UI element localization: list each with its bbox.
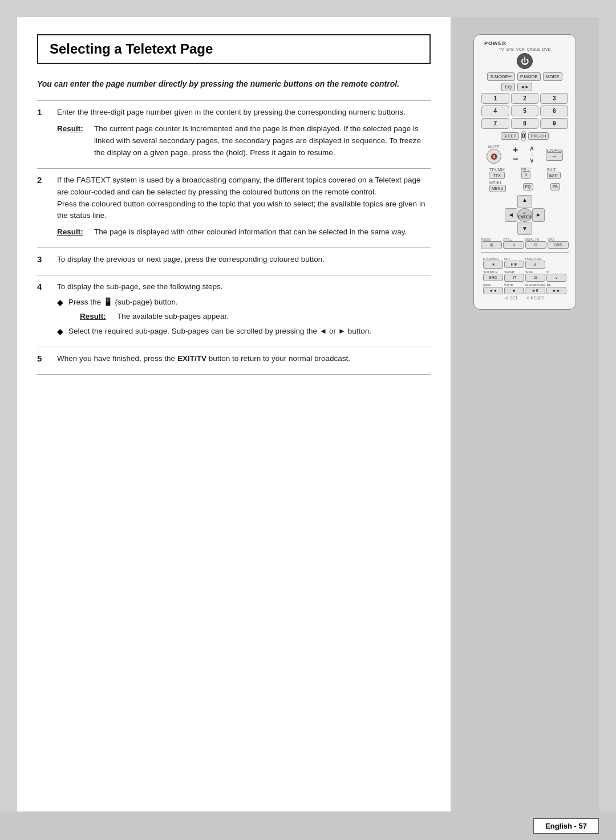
step-4-content: To display the sub-page, see the followi…: [57, 281, 431, 340]
btn-6[interactable]: 6: [540, 105, 568, 116]
bullet-2-content: Select the required sub-page. Sub-pages …: [68, 326, 371, 338]
step-1-result-text: The current page counter is incremented …: [94, 123, 431, 159]
function-row: PSIZE ⊞ STILL ⏸ DUAL I-II D SRS SRS: [481, 238, 569, 249]
source2-button[interactable]: SRC: [483, 274, 503, 281]
enter-icon: ↵: [523, 211, 526, 215]
esaving-button[interactable]: ☀: [483, 261, 503, 269]
dual-section: DUAL I-II D: [525, 238, 546, 249]
power-button[interactable]: ⏻: [517, 53, 533, 69]
divider-1: [37, 168, 431, 169]
step-1-content: Enter the three-digit page number given …: [57, 107, 431, 163]
eq3-button[interactable]: EQ: [523, 183, 533, 190]
spacer2: [546, 257, 558, 269]
sleep-button[interactable]: SLEEP: [501, 132, 520, 140]
set-label: ⊙ SET: [505, 296, 518, 301]
menu-label: MENU: [489, 181, 506, 185]
dpad-down[interactable]: ▼: [517, 222, 532, 235]
bullet-1-content: Press the 📱 (sub-page) button. Result: T…: [68, 297, 229, 323]
divider-top: [37, 100, 431, 101]
step-1-result: Result: The current page counter is incr…: [57, 123, 431, 159]
remote-control: POWER TV STB VCR CABLE DVD ⏻ S.MODE↵ P.M…: [473, 34, 576, 310]
page-title: Selecting a Teletext Page: [50, 41, 418, 57]
menu-row: MENU MENU EQ EB: [481, 181, 569, 192]
pip-button[interactable]: PIP: [504, 261, 524, 268]
btn-9[interactable]: 9: [540, 118, 568, 129]
srs-section: SRS SRS: [548, 238, 569, 249]
source-labels-row: TV STB VCR CABLE DVD: [479, 47, 571, 51]
btn-0[interactable]: 0: [521, 131, 526, 141]
psize-button[interactable]: ⊞: [481, 241, 502, 249]
playpause-section: PLAY/PAUSE ►II: [525, 283, 545, 294]
still-section: STILL ⏸: [503, 238, 524, 249]
smode-button[interactable]: S.MODE↵: [487, 72, 515, 81]
exit-button[interactable]: EXIT: [547, 172, 561, 179]
dpad: ▲ ◄ ↵ ENTER ► ▼: [505, 195, 545, 235]
pmode-button[interactable]: P.MODE: [517, 72, 541, 81]
ch-down-btn[interactable]: ∨: [529, 156, 534, 164]
info-button[interactable]: ℹ: [521, 171, 531, 179]
btn-4[interactable]: 4: [481, 105, 509, 116]
ch-up-btn[interactable]: ∧: [529, 144, 534, 152]
mute-button[interactable]: 🔇: [487, 149, 501, 164]
size-section: SIZE ⊡: [525, 270, 545, 282]
position-button[interactable]: ∧: [525, 261, 545, 269]
step-3-number: 3: [37, 254, 48, 269]
step-5-number: 5: [37, 353, 48, 368]
step-1: 1 Enter the three-digit page number give…: [37, 107, 431, 163]
eq2-button[interactable]: ◄►: [517, 83, 532, 91]
dpad-left[interactable]: ◄: [505, 208, 517, 221]
dpad-right[interactable]: ►: [532, 208, 545, 221]
btn-5[interactable]: 5: [511, 105, 539, 116]
psize-section: PSIZE ⊞: [481, 238, 502, 249]
btn-1[interactable]: 1: [481, 93, 509, 104]
still-button[interactable]: ⏸: [503, 241, 524, 249]
source-button[interactable]: ↔: [546, 152, 563, 161]
position-section: POSITION ∧: [525, 257, 545, 269]
cable-label: CABLE: [527, 47, 540, 51]
step-3: 3 To display the previous or next page, …: [37, 254, 431, 269]
bullet-1-result: Result: The available sub-pages appear.: [80, 311, 229, 323]
ttx-section: TTX/MIX TTX: [489, 168, 505, 179]
btn-3[interactable]: 3: [540, 93, 568, 104]
ttx-button[interactable]: TTX: [489, 172, 505, 179]
ttx-label: TTX/MIX: [489, 168, 505, 172]
vcr-label: VCR: [516, 47, 525, 51]
bullet-1-result-label: Result:: [80, 311, 111, 323]
vol-plus-btn[interactable]: +: [513, 145, 518, 155]
power-label: POWER: [484, 40, 571, 46]
menu-button[interactable]: MENU: [489, 185, 506, 192]
dvd-label: DVD: [542, 47, 551, 51]
p-button[interactable]: ∨: [546, 274, 566, 282]
playpause-button[interactable]: ►II: [525, 287, 545, 294]
dpad-up[interactable]: ▲: [517, 195, 532, 208]
rew-section: REW ◄◄: [483, 283, 503, 294]
step-2-result-text: The page is displayed with other coloure…: [94, 226, 407, 238]
reset-label: ⊙ RESET: [526, 296, 544, 301]
remote-power-section: POWER TV STB VCR CABLE DVD ⏻: [479, 40, 571, 69]
content-panel: Selecting a Teletext Page You can enter …: [17, 17, 451, 811]
eq-row: EQ ◄►: [479, 83, 571, 91]
ff-button[interactable]: ►►: [546, 287, 566, 294]
eq4-button[interactable]: EB: [550, 183, 560, 190]
btn-2[interactable]: 2: [511, 93, 539, 104]
size-button[interactable]: ⊡: [525, 274, 545, 282]
step-3-text: To display the previous or next page, pr…: [57, 254, 431, 266]
zero-row: SLEEP 0 PRE-CH: [479, 131, 571, 141]
swap-button[interactable]: ⇄: [504, 274, 524, 282]
prech-button[interactable]: PRE-CH: [528, 132, 549, 140]
rew-button[interactable]: ◄◄: [483, 287, 503, 294]
btn-7[interactable]: 7: [481, 118, 509, 129]
srs-button[interactable]: SRS: [548, 241, 569, 249]
btn-8[interactable]: 8: [511, 118, 539, 129]
exit-label: EXIT: [547, 168, 561, 172]
vol-minus-btn[interactable]: −: [513, 155, 518, 164]
mute-vol-row: MUTE 🔇 + − ∧ ↕ ∨ SOURCE ↔: [481, 144, 569, 164]
dual-button[interactable]: D: [525, 241, 546, 249]
vol-section: + −: [513, 145, 518, 164]
mute-label: MUTE: [487, 145, 501, 149]
stop-button[interactable]: ■: [504, 287, 524, 294]
step-1-result-label: Result:: [57, 123, 88, 159]
mode-button[interactable]: MODE: [543, 72, 562, 81]
dpad-enter[interactable]: ↵ ENTER: [517, 208, 532, 221]
eq-button[interactable]: EQ: [501, 83, 515, 91]
